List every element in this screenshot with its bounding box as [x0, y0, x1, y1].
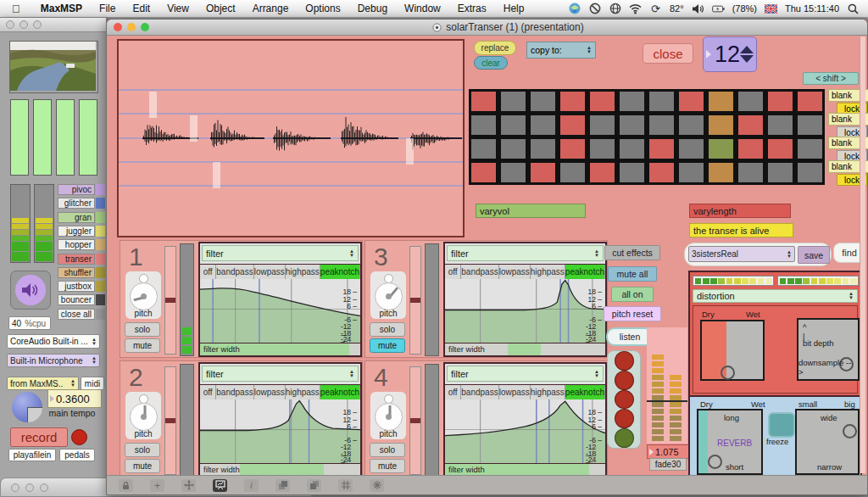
grid-cell[interactable]: [706, 113, 736, 137]
filter-dropdown[interactable]: filter▲▼: [202, 245, 359, 261]
filter-tab-off[interactable]: off: [445, 385, 461, 399]
zoom-window-button[interactable]: [141, 23, 149, 31]
reverb-xy-pad[interactable]: long REVERB short: [697, 409, 763, 475]
filter-dropdown[interactable]: filter▲▼: [202, 366, 359, 382]
grid-cell[interactable]: [587, 89, 617, 114]
grid-cell[interactable]: [765, 160, 795, 185]
grid-cell[interactable]: [765, 113, 795, 137]
menu-item-extras[interactable]: Extras: [449, 3, 495, 14]
spotlight-icon[interactable]: [847, 3, 860, 15]
distortion-dropdown[interactable]: distortion▲▼: [693, 289, 858, 303]
grid-cell[interactable]: [558, 137, 587, 161]
decrement-arrow[interactable]: [740, 55, 754, 63]
filter-tab-peaknotch[interactable]: peaknotch: [320, 385, 360, 399]
tempo-knob[interactable]: [12, 392, 42, 422]
shift-button[interactable]: < shift >: [803, 72, 859, 85]
info-icon[interactable]: i: [244, 479, 259, 492]
replace-button[interactable]: replace: [474, 41, 516, 55]
midi-button[interactable]: midi: [81, 377, 104, 390]
playafilein-button[interactable]: playafilein: [8, 449, 56, 461]
input-device-dropdown[interactable]: Built-in Microphone▲▼: [7, 354, 100, 367]
level-slider[interactable]: [409, 366, 421, 475]
alive-message[interactable]: the transer is alive: [689, 223, 793, 237]
grid-cell[interactable]: [795, 89, 825, 114]
grid-cell[interactable]: [498, 160, 528, 185]
globe-icon[interactable]: [609, 3, 621, 15]
grid-cell[interactable]: [469, 160, 498, 185]
pitch-knob[interactable]: [375, 403, 403, 431]
grid-cell[interactable]: [528, 89, 558, 114]
apple-menu-icon[interactable]: : [12, 3, 20, 15]
close-button[interactable]: close: [643, 43, 693, 64]
filter-graph[interactable]: 18 –12 –6 –-6 –-12 –-18 –-24 –: [200, 399, 360, 464]
wifi-icon[interactable]: [629, 3, 642, 15]
grid-cell[interactable]: [498, 137, 528, 161]
all-on-button[interactable]: all on: [611, 287, 654, 302]
mute-button[interactable]: mute: [125, 459, 160, 473]
window-scrollbar[interactable]: [860, 36, 865, 473]
filter-tab-lowpass[interactable]: lowpass: [499, 385, 531, 399]
freeze-button[interactable]: [768, 412, 795, 438]
grid-cell[interactable]: [676, 89, 706, 114]
close-window-button[interactable]: [114, 23, 122, 31]
menu-app-name[interactable]: MaxMSP: [32, 3, 91, 14]
lock-icon[interactable]: [119, 479, 133, 492]
slider-handle[interactable]: [165, 298, 175, 303]
copy-to-dropdown[interactable]: copy to:▲▼: [526, 42, 596, 59]
sidebar-item-bouncer[interactable]: bouncer: [58, 294, 95, 305]
record-indicator[interactable]: [71, 429, 87, 445]
filter-width-slider[interactable]: filter width: [445, 463, 605, 476]
grid-icon[interactable]: [338, 479, 353, 492]
grid-cell[interactable]: [558, 160, 587, 185]
grid-cell[interactable]: [617, 160, 647, 185]
slider-handle[interactable]: [410, 418, 420, 423]
mute-button[interactable]: mute: [370, 338, 405, 353]
preset-dropdown[interactable]: 3sistersReal▲▼: [688, 246, 795, 262]
solo-button[interactable]: solo: [370, 443, 405, 457]
grid-cell[interactable]: [795, 113, 825, 137]
grid-cell[interactable]: [617, 89, 647, 114]
varylength-message[interactable]: varylength: [689, 204, 791, 218]
fade30-button[interactable]: fade30: [649, 458, 687, 471]
drywet-xy-pad[interactable]: [700, 320, 765, 381]
grid-cell[interactable]: [617, 137, 647, 161]
minimize-window-button[interactable]: [25, 483, 34, 492]
sidebar-item-hopper[interactable]: hopper: [58, 239, 95, 250]
filter-tab-highpass[interactable]: highpass: [286, 385, 320, 399]
filter-tab-off[interactable]: off: [200, 385, 216, 399]
audio-driver-dropdown[interactable]: CoreAudio Built-in ...▲▼: [7, 334, 100, 349]
grid-cell[interactable]: [795, 160, 825, 185]
filter-dropdown[interactable]: filter▲▼: [447, 366, 604, 382]
drywet-handle[interactable]: [721, 366, 735, 380]
filter-tab-highpass[interactable]: highpass: [286, 265, 320, 279]
filter-tab-peaknotch[interactable]: peaknotch: [565, 385, 605, 399]
grid-cell[interactable]: [795, 137, 825, 161]
level-slider[interactable]: [164, 366, 176, 475]
filter-tab-highpass[interactable]: highpass: [531, 265, 565, 279]
mute-button[interactable]: mute: [125, 338, 160, 353]
channel-lamp[interactable]: [615, 351, 634, 371]
filter-tab-lowpass[interactable]: lowpass: [254, 265, 286, 279]
grid-cell[interactable]: [498, 89, 528, 114]
send-backward-icon[interactable]: [307, 479, 321, 492]
grid-cell[interactable]: [706, 160, 736, 185]
grid-cell[interactable]: [736, 113, 765, 137]
mute-all-button[interactable]: mute all: [608, 266, 657, 282]
new-object-icon[interactable]: +: [150, 479, 164, 492]
solo-button[interactable]: solo: [370, 322, 405, 337]
blocked-icon[interactable]: [588, 3, 601, 15]
sidebar-item-shuffler[interactable]: shuffler: [58, 267, 95, 278]
grid-cell[interactable]: [587, 137, 617, 161]
reverb-handle[interactable]: [708, 455, 722, 469]
menubar-clock[interactable]: Thu 15:11:40: [785, 3, 839, 14]
cut-effects-button[interactable]: cut effects: [604, 245, 660, 260]
grid-cell[interactable]: [676, 113, 706, 137]
sidebar-titlebar[interactable]: [0, 18, 106, 32]
filter-tab-bandpass[interactable]: bandpass: [216, 385, 253, 399]
sidebar-item-gran[interactable]: gran: [58, 212, 95, 223]
sync-icon[interactable]: ⟳: [649, 3, 662, 15]
slider-handle[interactable]: [165, 418, 175, 423]
channel-lamp[interactable]: [615, 409, 634, 428]
menu-item-object[interactable]: Object: [198, 3, 244, 14]
filter-tab-highpass[interactable]: highpass: [531, 385, 565, 399]
